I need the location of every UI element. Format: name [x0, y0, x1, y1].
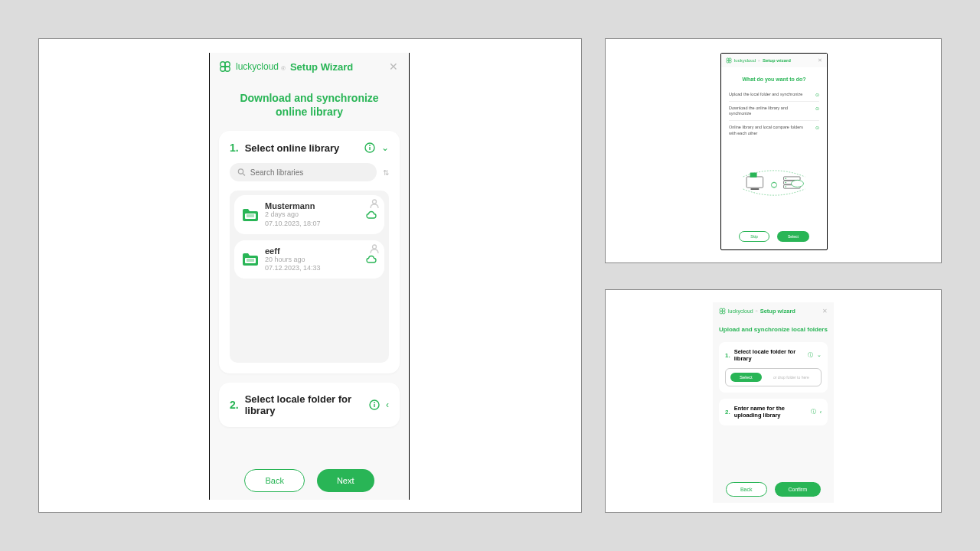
- drop-hint: or drop folder to here: [766, 375, 816, 380]
- wizard-upload: luckycloud ® Setup wizard ✕ Upload and s…: [713, 302, 834, 503]
- brand: luckycloud ® Setup Wizard: [219, 60, 353, 73]
- svg-rect-14: [746, 177, 763, 187]
- svg-rect-15: [751, 189, 760, 191]
- option-item[interactable]: Upload the local folder and synchronize …: [729, 88, 819, 102]
- svg-point-24: [786, 187, 786, 187]
- step-number: 1.: [725, 352, 730, 359]
- close-icon[interactable]: ✕: [818, 57, 822, 64]
- library-item[interactable]: Mustermann 2 days ago 07.10.2023, 18:07: [234, 195, 384, 234]
- wizard-title: Setup wizard: [763, 58, 791, 63]
- logo-icon: [726, 57, 732, 64]
- svg-point-22: [786, 178, 786, 179]
- brand-mark: ®: [758, 59, 760, 63]
- step1-header[interactable]: 1. Select locale folder for library ⓘ ⌄: [725, 348, 822, 363]
- search-icon: [237, 168, 246, 177]
- circle-arrow-icon: ⊙: [815, 92, 819, 97]
- next-button[interactable]: Next: [317, 469, 374, 492]
- search-row: ⇅: [230, 163, 389, 181]
- brand-name: luckycloud: [734, 58, 756, 63]
- skip-button[interactable]: Skip: [739, 231, 769, 242]
- chevron-left-icon[interactable]: ‹: [386, 399, 389, 410]
- library-ago: 2 days ago: [265, 210, 360, 219]
- option-item[interactable]: Online library and local compare folders…: [729, 121, 819, 139]
- wizard-title: Setup Wizard: [290, 61, 353, 73]
- step-number: 2.: [230, 399, 239, 411]
- wizard-download: luckycloud ® Setup Wizard ✕ Download and…: [209, 53, 410, 500]
- select-folder-button[interactable]: Select: [730, 373, 762, 382]
- back-button[interactable]: Back: [244, 469, 304, 492]
- wizard-title: Setup wizard: [760, 308, 795, 315]
- cloud-icon: [366, 210, 377, 220]
- circle-arrow-icon: ⊙: [815, 106, 819, 111]
- chevron-down-icon[interactable]: ⌄: [381, 142, 389, 153]
- library-item[interactable]: eeff 20 hours ago 07.12.2023, 14:33: [234, 240, 384, 279]
- step-title: Select locale folder for library: [734, 348, 804, 363]
- logo-icon: [219, 60, 231, 73]
- step1-card: 1. Select locale folder for library ⓘ ⌄ …: [719, 342, 828, 393]
- library-ago: 20 hours ago: [265, 256, 360, 264]
- confirm-button[interactable]: Confirm: [775, 482, 822, 497]
- brand-mark: ®: [756, 309, 758, 313]
- info-icon[interactable]: [364, 142, 375, 153]
- wizard-footer: Skip Select: [721, 227, 827, 249]
- chevron-left-icon[interactable]: ‹: [820, 409, 822, 415]
- svg-point-21: [791, 181, 803, 187]
- page-subtitle: Upload and synchronize local folders: [713, 320, 834, 339]
- person-icon: [369, 243, 380, 254]
- folder-icon: [242, 253, 259, 266]
- wizard-header: luckycloud ® Setup Wizard ✕: [210, 53, 409, 80]
- close-icon[interactable]: ✕: [389, 60, 398, 73]
- svg-point-17: [771, 182, 776, 187]
- info-icon[interactable]: ⓘ: [808, 351, 813, 359]
- search-input[interactable]: [250, 168, 369, 177]
- wizard-footer: Back Confirm: [713, 474, 834, 503]
- step-number: 1.: [230, 142, 239, 154]
- svg-rect-16: [750, 173, 757, 178]
- page-subtitle: Download and synchronize online library: [210, 80, 409, 126]
- option-item[interactable]: Download the online library and synchron…: [729, 102, 819, 121]
- close-icon[interactable]: ✕: [822, 308, 828, 315]
- svg-point-23: [786, 182, 786, 183]
- step2-card[interactable]: 2. Enter name for the uploading library …: [719, 399, 828, 425]
- brand-name: luckycloud: [728, 308, 753, 314]
- library-name: eeff: [265, 246, 360, 256]
- step-title: Select online library: [245, 142, 358, 154]
- library-timestamp: 07.10.2023, 18:07: [265, 220, 360, 228]
- select-button[interactable]: Select: [777, 231, 809, 242]
- frame-what-to-do: luckycloud ® Setup wizard ✕ What do you …: [605, 38, 942, 263]
- page-subtitle: What do you want to do?: [721, 67, 827, 88]
- wizard-header: luckycloud ® Setup wizard ✕: [721, 54, 827, 67]
- step2-card[interactable]: 2. Select locale folder for library ‹: [219, 383, 400, 427]
- chevron-down-icon[interactable]: ⌄: [817, 352, 822, 358]
- sync-illustration: [721, 140, 827, 227]
- info-icon[interactable]: ⓘ: [811, 408, 816, 416]
- step-number: 2.: [725, 409, 730, 416]
- step-title: Enter name for the uploading library: [734, 405, 807, 419]
- folder-drop-zone[interactable]: Select or drop folder to here: [725, 368, 822, 386]
- brand-name: luckycloud: [236, 61, 279, 72]
- library-list: Mustermann 2 days ago 07.10.2023, 18:07 …: [230, 191, 389, 363]
- frame-download-sync: luckycloud ® Setup Wizard ✕ Download and…: [38, 38, 582, 513]
- person-icon: [369, 198, 380, 209]
- frame-upload-sync: luckycloud ® Setup wizard ✕ Upload and s…: [605, 289, 942, 513]
- library-timestamp: 07.12.2023, 14:33: [265, 264, 360, 272]
- search-box[interactable]: [230, 163, 377, 181]
- step1-card: 1. Select online library ⌄ ⇅ Mustermann: [219, 131, 400, 373]
- sort-icon[interactable]: ⇅: [383, 168, 389, 177]
- back-button[interactable]: Back: [726, 482, 767, 497]
- folder-icon: [242, 208, 259, 222]
- info-icon[interactable]: [369, 399, 380, 410]
- wizard-choice: luckycloud ® Setup wizard ✕ What do you …: [720, 53, 828, 250]
- option-list: Upload the local folder and synchronize …: [721, 88, 827, 140]
- step1-header[interactable]: 1. Select online library ⌄: [230, 142, 389, 154]
- wizard-header: luckycloud ® Setup wizard ✕: [713, 302, 834, 320]
- brand-mark: ®: [281, 65, 286, 72]
- circle-arrow-icon: ⊙: [815, 125, 819, 130]
- step-title: Select locale folder for library: [245, 393, 363, 416]
- logo-icon: [719, 308, 726, 315]
- cloud-icon: [366, 254, 377, 265]
- library-name: Mustermann: [265, 201, 360, 210]
- wizard-footer: Back Next: [210, 458, 409, 500]
